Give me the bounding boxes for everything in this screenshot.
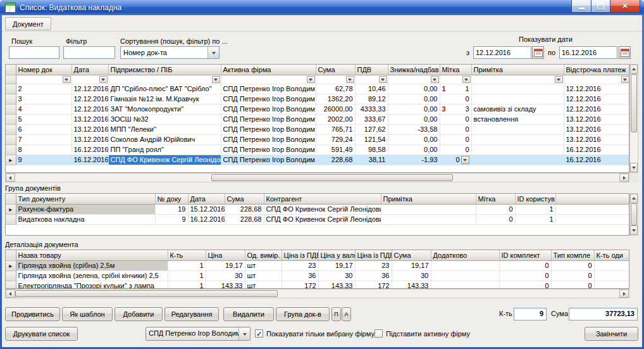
- filter-cell[interactable]: [71, 75, 108, 84]
- scroll-track[interactable]: [630, 74, 638, 163]
- filter-cell[interactable]: [16, 75, 71, 84]
- finish-button[interactable]: Закінчити: [585, 327, 638, 341]
- col-kit-type[interactable]: Тип компле: [551, 250, 594, 261]
- scroll-left-button[interactable]: [6, 289, 15, 298]
- col-unit[interactable]: Од. вимір.: [245, 250, 282, 261]
- filter-dropdown-icon[interactable]: [346, 76, 354, 83]
- filter-dropdown-icon[interactable]: [212, 76, 220, 83]
- edit-button[interactable]: Редагування: [164, 307, 219, 321]
- scroll-left-button[interactable]: [6, 174, 15, 182]
- delete-button[interactable]: Видалити: [223, 307, 274, 321]
- document-row[interactable]: 3 12.12.2016 Гімназія №12 ім. М.Кравчук …: [6, 94, 629, 105]
- filter-cell[interactable]: [355, 75, 388, 84]
- group-vertical-scrollbar[interactable]: [629, 193, 638, 236]
- firm-dropdown-icon[interactable]: [238, 327, 250, 340]
- scroll-track[interactable]: [630, 203, 638, 225]
- col-user-id[interactable]: ID користув: [515, 194, 555, 205]
- scroll-right-button[interactable]: [619, 174, 629, 182]
- document-row[interactable]: 2 12.12.2016 ДП "Срібло-плюс" ВАТ "Срібл…: [6, 84, 629, 94]
- col-vat[interactable]: ПДВ: [355, 65, 388, 75]
- col-sum[interactable]: Сума: [316, 65, 355, 75]
- mark-dropdown-button[interactable]: [461, 156, 469, 164]
- filter-dropdown-icon[interactable]: [621, 76, 629, 83]
- search-input[interactable]: [9, 46, 59, 59]
- scroll-thumb[interactable]: [631, 203, 637, 225]
- filter-cell[interactable]: [471, 75, 564, 84]
- scroll-down-button[interactable]: [630, 163, 638, 172]
- group-docs-button[interactable]: Група док-в: [276, 307, 330, 321]
- col-kit-id[interactable]: ID комплект: [499, 250, 551, 261]
- scroll-track[interactable]: [15, 174, 619, 182]
- documents-horizontal-scrollbar[interactable]: [5, 173, 629, 182]
- col-deferral[interactable]: Відстрочка платеж: [564, 65, 629, 75]
- menu-document[interactable]: Документ: [5, 17, 51, 30]
- col-mark[interactable]: Мітка: [440, 65, 471, 75]
- col-product-name[interactable]: Назва товару: [16, 250, 168, 261]
- col-doc-type[interactable]: Тип документу: [16, 194, 155, 205]
- filter-cell[interactable]: [564, 75, 629, 84]
- scroll-right-button[interactable]: [619, 289, 629, 298]
- document-row[interactable]: 6 13.12.2016 МПП "Лелеки" СПД Петренко І…: [6, 125, 629, 135]
- col-date[interactable]: Дата: [71, 65, 108, 75]
- col-extra[interactable]: Додатково: [431, 250, 499, 261]
- date-from-calendar-button[interactable]: [532, 46, 544, 59]
- col-discount[interactable]: Знижка/надбав: [388, 65, 440, 75]
- col-doc-num[interactable]: № доку: [155, 194, 188, 205]
- as-template-button[interactable]: Як шаблон: [62, 307, 113, 321]
- scroll-down-button[interactable]: [630, 225, 638, 235]
- col-firm[interactable]: Активна фірма: [221, 65, 316, 75]
- document-row[interactable]: 4 12.12.2016 ЗАТ "Молокопродукти" СПД Пе…: [6, 105, 629, 115]
- detail-row[interactable]: Гірлянда хвойна (зелена, срібні кінчики)…: [6, 271, 629, 281]
- col-date[interactable]: Дата: [188, 194, 225, 205]
- scroll-up-button[interactable]: [630, 194, 638, 203]
- filter-cell[interactable]: [108, 75, 221, 84]
- minimize-button[interactable]: [571, 0, 591, 13]
- p-button[interactable]: П: [331, 307, 341, 321]
- document-row-selected[interactable]: 9 16.12.2016 СПД ФО Кривенок Сергій Леон…: [6, 155, 629, 165]
- filter-dropdown-icon[interactable]: [431, 76, 439, 83]
- col-doc-number[interactable]: Номер док: [16, 65, 71, 75]
- filter-dropdown-icon[interactable]: [462, 76, 471, 83]
- col-mark[interactable]: Мітка: [476, 194, 515, 205]
- document-row[interactable]: 7 13.12.2016 Соколов Андрій Юрійович СПД…: [6, 135, 629, 145]
- maximize-button[interactable]: [591, 0, 610, 13]
- col-sum[interactable]: Сума: [225, 194, 264, 205]
- col-company[interactable]: Підприємство / ПІБ: [108, 65, 221, 75]
- print-list-button[interactable]: Друкувати список: [5, 327, 78, 341]
- detail-row[interactable]: Гірлянда хвойна (срібна) 2,5м 1 19,17 шт…: [6, 261, 629, 271]
- col-price[interactable]: Ціна: [206, 250, 245, 261]
- date-to-calendar-button[interactable]: [619, 46, 631, 59]
- col-unit-qty[interactable]: К-ть оди: [594, 250, 629, 261]
- close-button[interactable]: ✕: [610, 0, 640, 13]
- scroll-thumb[interactable]: [631, 74, 637, 132]
- date-to-input[interactable]: [559, 46, 617, 59]
- filter-dropdown-icon[interactable]: [63, 76, 71, 83]
- document-row[interactable]: 5 13.12.2016 ЗОСШ №32 СПД Петренко Ігор …: [6, 115, 629, 125]
- filter-dropdown-icon[interactable]: [99, 76, 108, 83]
- group-row[interactable]: Рахунок-фактура 19 15.12.2016 228,68 СПД…: [6, 205, 629, 215]
- col-price-vat[interactable]: Ціна із ПДВ: [282, 250, 318, 261]
- col-price-vat2[interactable]: Ціна із ПДВ: [355, 250, 392, 261]
- col-note[interactable]: Примітка: [381, 194, 476, 205]
- details-horizontal-scrollbar[interactable]: [5, 289, 629, 298]
- filter-cell[interactable]: [388, 75, 440, 84]
- scroll-track[interactable]: [15, 289, 619, 298]
- detail-row[interactable]: Електрогірлянда "Прозорі кульки" з лампа…: [6, 281, 629, 289]
- col-sum[interactable]: Сума: [392, 250, 431, 261]
- add-button[interactable]: Добавити: [115, 307, 163, 321]
- scroll-up-button[interactable]: [630, 65, 638, 74]
- filter-cell[interactable]: [440, 75, 471, 84]
- date-from-input[interactable]: [473, 46, 531, 59]
- substitute-firm-checkbox[interactable]: [375, 329, 383, 338]
- show-only-firm-checkbox[interactable]: ✓: [255, 329, 263, 338]
- documents-vertical-scrollbar[interactable]: [629, 64, 638, 173]
- document-row[interactable]: 8 16.12.2016 ПП "Гранд роял" СПД Петренк…: [6, 145, 629, 155]
- group-row[interactable]: Видаткова накладна 9 16.12.2016 228,68 С…: [6, 215, 629, 225]
- col-price-currency[interactable]: Ціна у валю: [318, 250, 355, 261]
- filter-cell[interactable]: [316, 75, 355, 84]
- firm-combobox[interactable]: СПД Петренко Ігор Володими: [146, 327, 251, 341]
- filter-dropdown-icon[interactable]: [307, 76, 315, 83]
- filter-cell[interactable]: [221, 75, 316, 84]
- view-button[interactable]: Продивитись: [5, 307, 60, 321]
- filter-input[interactable]: [63, 46, 115, 59]
